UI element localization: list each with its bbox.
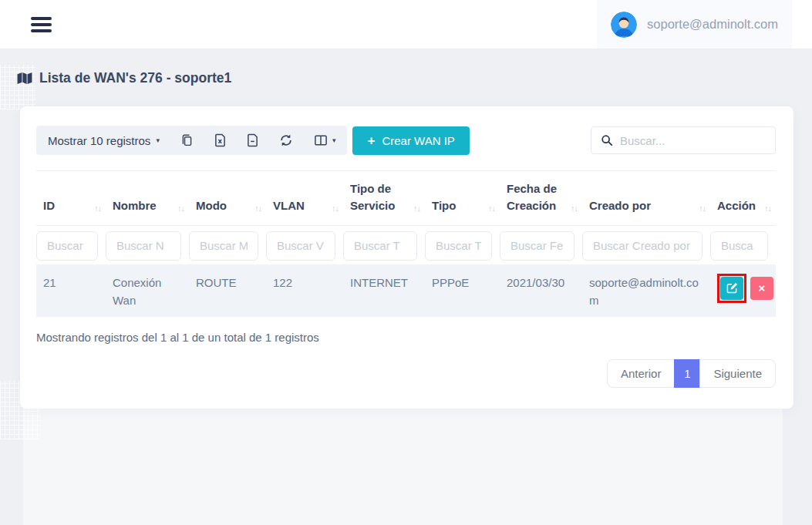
- page-length-dropdown[interactable]: Mostrar 10 registros ▾: [48, 134, 160, 147]
- copy-button[interactable]: [180, 133, 194, 147]
- user-menu[interactable]: soporte@adminolt.com: [597, 0, 792, 49]
- copy-icon: [180, 133, 194, 147]
- background-panel-decoration: [23, 392, 783, 525]
- filter-input-nombre[interactable]: [106, 231, 181, 261]
- column-header-tipo[interactable]: Tipo ↑↓: [425, 171, 500, 226]
- sort-icon[interactable]: ↑↓: [699, 204, 706, 214]
- table-info-text: Mostrando registros del 1 al 1 de un tot…: [36, 331, 776, 344]
- close-icon: ×: [759, 282, 766, 294]
- file-text-icon: [247, 133, 258, 147]
- cell-nombre: Conexión Wan: [106, 264, 189, 318]
- chevron-down-icon: ▾: [156, 137, 160, 144]
- pagination: Anterior 1 Siguiente: [607, 359, 776, 388]
- create-wan-ip-label: Crear WAN IP: [382, 134, 454, 147]
- column-header-id[interactable]: ID ↑↓: [36, 171, 106, 226]
- search-icon: [601, 134, 613, 146]
- edit-button-highlight-box: [717, 274, 746, 303]
- search-input[interactable]: [620, 134, 766, 147]
- column-header-creado-por[interactable]: Creado por ↑↓: [582, 171, 710, 226]
- filter-input-modo[interactable]: [189, 231, 258, 261]
- column-header-nombre[interactable]: Nombre ↑↓: [106, 171, 189, 226]
- delete-button[interactable]: ×: [750, 277, 773, 300]
- chevron-down-icon: ▾: [332, 137, 336, 144]
- column-header-accion[interactable]: Acción ↑↓: [710, 171, 776, 226]
- filter-input-vlan[interactable]: [266, 231, 335, 261]
- edit-pencil-icon: [726, 282, 738, 294]
- table-row: 21 Conexión Wan ROUTE 122 INTERNET PPPoE…: [36, 264, 776, 318]
- wan-list-card: Mostrar 10 registros ▾: [20, 106, 793, 409]
- columns-icon: [314, 134, 328, 146]
- user-email: soporte@adminolt.com: [647, 17, 778, 32]
- plus-icon: +: [367, 134, 375, 147]
- sort-icon[interactable]: ↑↓: [94, 204, 101, 214]
- sort-icon[interactable]: ↑↓: [177, 204, 184, 214]
- pagination-container: Anterior 1 Siguiente: [36, 359, 776, 388]
- pagination-next-button[interactable]: Siguiente: [699, 359, 776, 388]
- cell-vlan: 122: [266, 264, 343, 318]
- refresh-button[interactable]: [279, 133, 293, 147]
- global-search: [591, 126, 776, 154]
- column-header-fecha-creacion[interactable]: Fecha de Creación ↑↓: [500, 171, 582, 226]
- column-header-modo[interactable]: Modo ↑↓: [189, 171, 266, 226]
- table-buttons-group: Mostrar 10 registros ▾: [36, 126, 347, 155]
- section-header: Lista de WAN's 276 - soporte1: [17, 70, 793, 86]
- wan-table: ID ↑↓ Nombre ↑↓ Modo ↑↓ VLAN ↑↓ Tipo de …: [36, 170, 776, 317]
- filter-input-accion[interactable]: [710, 231, 768, 261]
- table-toolbar: Mostrar 10 registros ▾: [36, 126, 776, 155]
- cell-fecha-creacion: 2021/03/30: [500, 264, 582, 318]
- sort-icon[interactable]: ↑↓: [413, 204, 420, 214]
- pagination-previous-button[interactable]: Anterior: [607, 359, 676, 388]
- file-export-button[interactable]: [247, 133, 258, 147]
- cell-modo: ROUTE: [189, 264, 266, 318]
- header-row: ID ↑↓ Nombre ↑↓ Modo ↑↓ VLAN ↑↓ Tipo de …: [36, 171, 776, 226]
- cell-tipo-servicio: INTERNET: [343, 264, 425, 318]
- top-navbar: soporte@adminolt.com: [0, 0, 812, 49]
- page-length-label: Mostrar 10 registros: [48, 134, 150, 147]
- cell-creado-por: soporte@adminolt.com: [582, 264, 710, 318]
- filter-input-tipo-servicio[interactable]: [343, 231, 417, 261]
- create-wan-ip-button[interactable]: + Crear WAN IP: [352, 126, 469, 155]
- sort-icon[interactable]: ↑↓: [571, 204, 578, 214]
- sort-icon[interactable]: ↑↓: [764, 204, 771, 214]
- excel-export-button[interactable]: [214, 133, 226, 147]
- sort-icon[interactable]: ↑↓: [488, 204, 495, 214]
- map-icon: [17, 72, 32, 85]
- pagination-page-1-button[interactable]: 1: [674, 359, 700, 388]
- excel-file-icon: [214, 133, 226, 147]
- filter-input-fecha-creacion[interactable]: [500, 231, 574, 261]
- user-avatar: [611, 12, 637, 38]
- edit-button[interactable]: [720, 277, 743, 300]
- sort-icon[interactable]: ↑↓: [332, 204, 339, 214]
- filter-input-id[interactable]: [36, 231, 98, 261]
- cell-id: 21: [36, 264, 106, 318]
- column-visibility-button[interactable]: ▾: [314, 134, 336, 146]
- filter-input-creado-por[interactable]: [582, 231, 702, 261]
- cell-tipo: PPPoE: [425, 264, 500, 318]
- refresh-icon: [279, 133, 293, 147]
- column-header-tipo-servicio[interactable]: Tipo de Servicio ↑↓: [343, 171, 425, 226]
- page-title: Lista de WAN's 276 - soporte1: [39, 70, 231, 86]
- menu-icon[interactable]: [31, 14, 52, 35]
- cell-accion: ×: [710, 264, 776, 318]
- filter-row: [36, 225, 776, 264]
- sort-icon[interactable]: ↑↓: [254, 204, 261, 214]
- filter-input-tipo[interactable]: [425, 231, 492, 261]
- column-header-vlan[interactable]: VLAN ↑↓: [266, 171, 343, 226]
